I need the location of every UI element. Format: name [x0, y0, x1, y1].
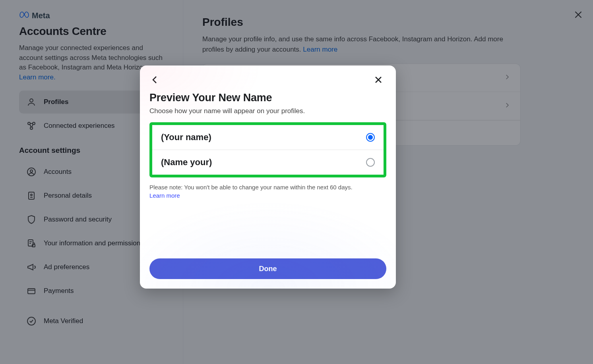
dialog-learn-more-link[interactable]: Learn more — [149, 191, 180, 200]
option-label: (Name your) — [161, 157, 212, 168]
option-label: (Your name) — [161, 132, 211, 143]
dialog-title: Preview Your New Name — [149, 92, 386, 104]
name-option-first-last[interactable]: (Your name) — [152, 125, 384, 150]
dialog-header — [140, 65, 396, 87]
preview-name-dialog: Preview Your New Name Choose how your na… — [140, 65, 396, 289]
dialog-note: Please note: You won't be able to change… — [149, 183, 386, 200]
dialog-subtitle: Choose how your name will appear on your… — [149, 107, 386, 115]
dialog-footer: Done — [140, 251, 396, 289]
done-button[interactable]: Done — [149, 258, 386, 279]
radio-unselected-icon — [366, 158, 375, 167]
name-options-highlight: (Your name) (Name your) — [149, 122, 386, 177]
dialog-close-button[interactable] — [371, 73, 386, 87]
dialog-back-button[interactable] — [148, 73, 162, 87]
dialog-body: Preview Your New Name Choose how your na… — [140, 87, 396, 251]
name-option-last-first[interactable]: (Name your) — [152, 150, 384, 175]
app-root: Meta Accounts Centre Manage your connect… — [0, 0, 593, 364]
radio-selected-icon — [366, 133, 375, 142]
